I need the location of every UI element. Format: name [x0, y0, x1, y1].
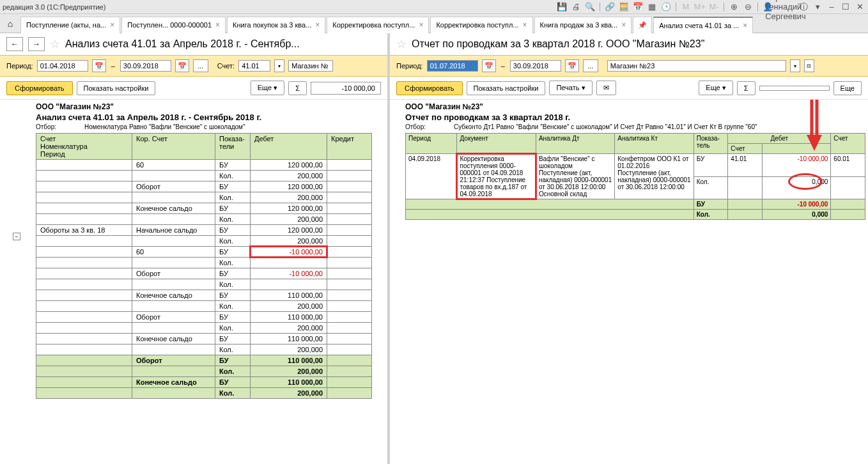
table-row[interactable]: Кол.200,000: [36, 323, 372, 334]
m-plus-icon[interactable]: M+: [694, 1, 706, 13]
tab-1[interactable]: Поступлен... 0000-000001×: [121, 17, 226, 33]
table-row[interactable]: 60БУ120 000,00: [36, 160, 372, 171]
more-button[interactable]: Еще ▾: [699, 81, 732, 95]
col-doc: Документ: [457, 134, 536, 154]
table-row[interactable]: Кол.200,000: [36, 301, 372, 312]
calendar-icon[interactable]: 📅: [482, 59, 496, 72]
period-to-input[interactable]: [120, 60, 171, 72]
table-row[interactable]: ОборотБУ110 000,00: [36, 312, 372, 323]
calendar-icon[interactable]: 📅: [92, 59, 106, 72]
account-input[interactable]: [238, 60, 270, 72]
close-icon[interactable]: ×: [419, 20, 423, 29]
sigma-button[interactable]: Σ: [737, 81, 756, 95]
sigma-button[interactable]: Σ: [288, 81, 307, 95]
tree-collapse-icon[interactable]: −: [13, 233, 20, 240]
tab-4[interactable]: Корректировка поступл...×: [430, 17, 532, 33]
report-title: Анализ счета 41.01 за Апрель 2018 г. - С…: [36, 112, 385, 122]
dropdown-icon[interactable]: ▾: [812, 1, 823, 13]
close-icon[interactable]: ×: [743, 21, 747, 30]
table-row[interactable]: Конечное сальдоБУ110 000,00: [36, 334, 372, 344]
table-row[interactable]: Конечное сальдоБУ110 000,00: [36, 290, 372, 301]
period-picker-button[interactable]: ...: [193, 59, 208, 72]
maximize-icon[interactable]: ☐: [840, 1, 851, 13]
col-adt: Аналитика Дт: [536, 134, 614, 154]
calendar-icon[interactable]: 📅: [175, 59, 189, 72]
zoom-in-icon[interactable]: ⊕: [728, 1, 740, 13]
link-icon[interactable]: 🔗: [604, 1, 616, 13]
tab-3[interactable]: Корректировка поступл...×: [327, 17, 429, 33]
close-icon[interactable]: ✕: [854, 1, 865, 13]
calc-icon[interactable]: 🧮: [618, 1, 630, 13]
close-icon[interactable]: ×: [110, 20, 114, 29]
settings-button[interactable]: Показать настройки: [467, 81, 546, 95]
close-icon[interactable]: ×: [621, 20, 626, 29]
select-icon[interactable]: ⊟: [804, 59, 814, 72]
table-row[interactable]: 60БУ-10 000,00: [36, 247, 372, 258]
table-row[interactable]: Кол.200,000: [36, 192, 372, 203]
back-button[interactable]: ←: [6, 37, 23, 51]
print-icon[interactable]: 🖨: [570, 1, 582, 13]
close-icon[interactable]: ×: [215, 20, 220, 29]
tab-0[interactable]: Поступление (акты, на...×: [20, 17, 120, 33]
star-icon[interactable]: ☆: [396, 37, 407, 51]
print-preview-icon[interactable]: 🔍: [584, 1, 596, 13]
form-button[interactable]: Сформировать: [396, 81, 463, 95]
tab-label: Поступление (акты, на...: [26, 21, 106, 29]
form-button[interactable]: Сформировать: [6, 81, 73, 95]
table-row[interactable]: Кол.200,000: [36, 344, 372, 355]
zoom-out-icon[interactable]: ⊖: [742, 1, 754, 13]
report-table: СчетНоменклатураПериод Кор. Счет Показа-…: [36, 133, 372, 399]
tab-5[interactable]: Книга продаж за 3 ква...×: [534, 17, 632, 33]
tab-label: Книга продаж за 3 ква...: [540, 21, 618, 29]
more-button[interactable]: Еще ▾: [251, 81, 284, 95]
table-row[interactable]: ОборотБУ-10 000,00: [36, 268, 372, 279]
org-input[interactable]: [288, 60, 333, 72]
settings-button[interactable]: Показать настройки: [77, 81, 156, 95]
tab-2[interactable]: Книга покупок за 3 ква...×: [227, 17, 325, 33]
period-to-input[interactable]: [510, 60, 561, 72]
tab-7[interactable]: Анализ счета 41.01 за ...×: [653, 17, 753, 33]
home-tab[interactable]: ⌂: [3, 16, 18, 31]
table-row[interactable]: Кол.200,000: [36, 236, 372, 247]
clock-icon[interactable]: 🕒: [660, 1, 672, 13]
table-row[interactable]: Кол.200,000: [36, 214, 372, 225]
total-row: Кол.200,000: [36, 388, 372, 399]
star-icon[interactable]: ☆: [50, 37, 60, 51]
save-icon[interactable]: 💾: [556, 1, 568, 13]
col-debit: Дебет: [251, 134, 327, 160]
table-row[interactable]: Кол.200,000: [36, 171, 372, 182]
m-minus-icon[interactable]: M-: [708, 1, 720, 13]
dropdown-icon[interactable]: ▾: [274, 59, 284, 72]
table-row[interactable]: Кол.: [36, 279, 372, 290]
tab-pinned[interactable]: 📌: [633, 17, 652, 33]
print-button[interactable]: Печать ▾: [549, 81, 592, 95]
period-bar: Период: 📅 – 📅 ... Счет: ▾: [0, 55, 387, 77]
col-coracct: Кор. Счет: [132, 134, 215, 160]
forward-button[interactable]: →: [28, 37, 45, 51]
table-row[interactable]: Конечное сальдоБУ120 000,00: [36, 203, 372, 214]
table-row[interactable]: Обороты за 3 кв. 18Начальное сальдоБУ120…: [36, 225, 372, 236]
mail-button[interactable]: ✉: [596, 81, 616, 95]
table-row[interactable]: ОборотБУ120 000,00: [36, 182, 372, 192]
grid-icon[interactable]: ▦: [646, 1, 658, 13]
more-button-2[interactable]: Еще: [833, 81, 862, 95]
dropdown-icon[interactable]: ▾: [790, 59, 800, 72]
tabbar: ⌂ Поступление (акты, на...× Поступлен...…: [0, 14, 868, 33]
close-icon[interactable]: ×: [315, 20, 320, 29]
period-bar: Период: 📅 – 📅 ... ▾ ⊟: [390, 55, 868, 77]
table-row[interactable]: 04.09.2018 Корректировка поступления 000…: [406, 154, 865, 177]
period-picker-button[interactable]: ...: [583, 59, 598, 72]
calendar-icon[interactable]: 📅: [565, 59, 579, 72]
m-icon[interactable]: M: [680, 1, 692, 13]
table-row[interactable]: Кол.: [36, 258, 372, 268]
info-icon[interactable]: ⓘ: [798, 1, 809, 13]
calendar-icon[interactable]: 📅: [632, 1, 644, 13]
total-row: Конечное сальдоБУ110 000,00: [36, 377, 372, 388]
period-from-input[interactable]: [37, 60, 88, 72]
pin-icon: 📌: [638, 21, 647, 29]
period-from-input[interactable]: [427, 60, 478, 72]
org-input[interactable]: [607, 60, 786, 72]
close-icon[interactable]: ×: [523, 20, 527, 29]
panel-header: ← → ☆ Анализ счета 41.01 за Апрель 2018 …: [0, 33, 387, 55]
minimize-icon[interactable]: –: [826, 1, 837, 13]
